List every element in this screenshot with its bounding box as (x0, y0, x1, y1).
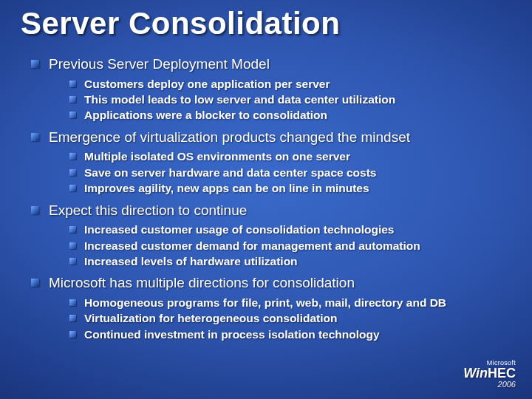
bullet-list: Previous Server Deployment Model Custome… (21, 55, 511, 342)
list-item: Increased levels of hardware utilization (69, 253, 511, 269)
logo-year: 2006 (463, 380, 516, 389)
sub-list: Customers deploy one application per ser… (49, 76, 511, 123)
section-heading-text: Microsoft has multiple directions for co… (49, 275, 355, 290)
slide: Server Consolidation Previous Server Dep… (0, 0, 532, 399)
list-item: Homogeneous programs for file, print, we… (69, 295, 511, 310)
sub-list: Increased customer usage of consolidatio… (49, 222, 511, 269)
logo-brand: WinHEC (463, 366, 516, 380)
list-item: Increased customer demand for management… (69, 238, 511, 253)
list-item: Applications were a blocker to consolida… (69, 107, 511, 123)
list-item: Multiple isolated OS environments on one… (69, 149, 511, 164)
sub-list: Homogeneous programs for file, print, we… (49, 295, 511, 342)
section-heading-text: Previous Server Deployment Model (49, 56, 270, 72)
list-item: Increased customer usage of consolidatio… (69, 222, 511, 237)
section-heading: Microsoft has multiple directions for co… (31, 273, 511, 342)
section-heading: Emergence of virtualization products cha… (31, 128, 511, 197)
section-heading: Expect this direction to continue Increa… (31, 201, 511, 270)
section-heading-text: Expect this direction to continue (49, 202, 247, 218)
sub-list: Multiple isolated OS environments on one… (49, 149, 511, 196)
footer-logo: Microsoft WinHEC 2006 (463, 359, 516, 389)
list-item: This model leads to low server and data … (69, 92, 511, 107)
logo-brand-suffix: HEC (488, 366, 516, 381)
list-item: Save on server hardware and data center … (69, 165, 511, 180)
list-item: Customers deploy one application per ser… (69, 76, 511, 92)
slide-title: Server Consolidation (21, 6, 511, 41)
section-heading-text: Emergence of virtualization products cha… (49, 129, 410, 145)
list-item: Virtualization for heterogeneous consoli… (69, 310, 511, 326)
list-item: Continued investment in process isolatio… (69, 327, 511, 342)
list-item: Improves agility, new apps can be on lin… (69, 180, 511, 196)
logo-brand-prefix: Win (463, 366, 488, 381)
section-heading: Previous Server Deployment Model Custome… (31, 55, 511, 123)
